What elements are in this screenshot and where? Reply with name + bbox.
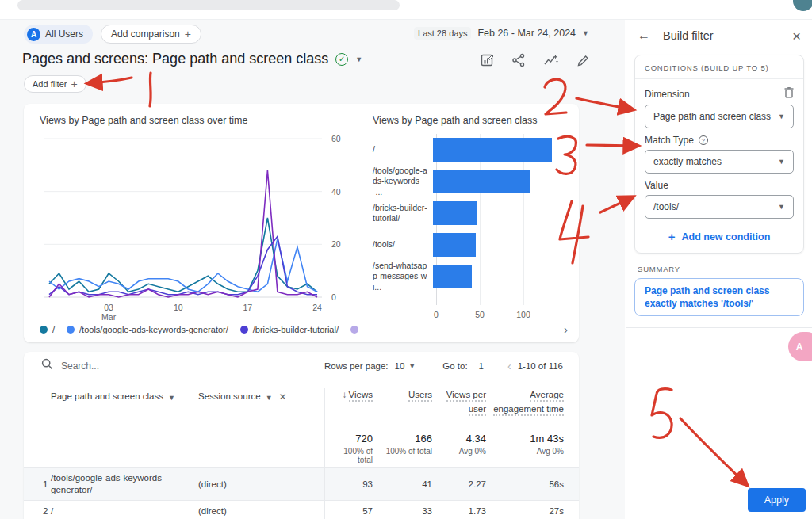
- column-header-page-path[interactable]: Page path and screen class▼: [51, 388, 198, 433]
- add-comparison-button[interactable]: Add comparison +: [101, 25, 201, 44]
- table-search[interactable]: [41, 358, 324, 373]
- bar-category-label: /: [373, 144, 433, 155]
- date-preset-badge: Last 28 days: [414, 27, 471, 40]
- date-range-text: Feb 26 - Mar 24, 2024: [477, 28, 576, 39]
- column-header-views[interactable]: ↓Views: [324, 388, 373, 433]
- add-new-condition-button[interactable]: + Add new condition: [645, 230, 794, 243]
- chevron-down-icon: ▼: [778, 158, 785, 166]
- help-icon[interactable]: ?: [699, 135, 708, 145]
- column-header-avg-engagement[interactable]: Average engagement time: [486, 388, 564, 433]
- translate-icon[interactable]: A: [788, 332, 812, 361]
- bar-chart: Views by Page path and screen class //to…: [373, 115, 569, 321]
- browser-top-strip: [0, 0, 812, 20]
- bar-axis-tick: 50: [475, 310, 485, 319]
- search-input[interactable]: [61, 361, 180, 372]
- legend-next-icon[interactable]: ›: [564, 322, 568, 336]
- match-type-label: Match Type: [645, 135, 694, 146]
- edit-icon[interactable]: [576, 54, 590, 67]
- data-quality-icon[interactable]: ✓: [335, 53, 348, 66]
- search-icon: [41, 358, 53, 373]
- bar-category-label: /tools/: [373, 239, 433, 250]
- conditions-card: CONDITIONS (BUILD UP TO 5) Dimension Pag…: [634, 55, 804, 254]
- dimension-label: Dimension: [645, 89, 690, 100]
- remove-dimension-icon[interactable]: ✕: [279, 391, 287, 403]
- audience-chip-label: All Users: [45, 29, 83, 40]
- table-cell: (direct): [198, 502, 324, 519]
- rows-per-page-select[interactable]: 10▼: [395, 361, 416, 371]
- share-icon[interactable]: [511, 53, 526, 67]
- match-type-select[interactable]: exactly matches ▼: [645, 150, 794, 174]
- table-cell: 27s: [486, 502, 564, 519]
- chevron-down-icon: ▼: [168, 394, 175, 402]
- table-row: 2/(direct)57331.7327s: [24, 500, 579, 519]
- plus-icon: +: [668, 230, 676, 243]
- apply-button[interactable]: Apply: [748, 488, 806, 512]
- pagination-range: 1-10 of 116: [518, 361, 563, 371]
- bar-row: /send-whatsapp-messages-wi...: [373, 261, 569, 292]
- chevron-down-icon: ▼: [778, 203, 785, 211]
- bar[interactable]: [433, 138, 552, 162]
- goto-page-input[interactable]: 1: [474, 361, 488, 371]
- add-filter-button[interactable]: Add filter +: [24, 75, 86, 93]
- legend-item: /tools/google-ads-keywords-generator/: [67, 325, 228, 334]
- add-comparison-label: Add comparison: [111, 29, 180, 40]
- previous-page-icon[interactable]: ‹: [508, 360, 511, 372]
- table-card: Rows per page: 10▼ Go to: 1 ‹ 1-10 of 11…: [24, 352, 579, 519]
- bar-row: /bricks-builder-tutorial/: [373, 197, 569, 229]
- bar[interactable]: [433, 170, 530, 193]
- account-avatar[interactable]: [793, 0, 812, 11]
- svg-text:20: 20: [331, 239, 341, 249]
- column-header-users[interactable]: Users: [373, 388, 432, 433]
- plus-icon: +: [71, 78, 77, 90]
- edit-comparison-icon[interactable]: [480, 53, 494, 67]
- bar[interactable]: [433, 265, 472, 288]
- table-cell: 56s: [486, 475, 564, 493]
- svg-text:03: 03: [104, 303, 113, 312]
- table-cell: /tools/google-ads-keywords-generator/: [51, 468, 198, 500]
- chart-legend: //tools/google-ads-keywords-generator//b…: [40, 322, 568, 336]
- column-header-session-source[interactable]: Session source▼✕: [198, 388, 324, 433]
- bar-row: /tools/google-ads-keywords-...: [373, 166, 569, 197]
- back-icon[interactable]: ←: [638, 29, 650, 43]
- bar[interactable]: [433, 233, 476, 257]
- value-label: Value: [645, 180, 668, 191]
- line-chart-title: Views by Page path and screen class over…: [40, 115, 357, 126]
- legend-dot-icon: [67, 326, 75, 334]
- browser-tab-bar: [17, 0, 400, 10]
- plus-icon: +: [185, 29, 191, 40]
- table-cell: (direct): [198, 475, 324, 493]
- filter-summary: Page path and screen class exactly match…: [634, 278, 804, 316]
- value-select[interactable]: /tools/ ▼: [645, 195, 794, 219]
- table-cell: 33: [373, 502, 432, 519]
- bar-category-label: /tools/google-ads-keywords-...: [373, 166, 433, 197]
- delete-condition-icon[interactable]: [784, 87, 794, 101]
- legend-dot-icon: [350, 326, 358, 334]
- chevron-down-icon: ▼: [778, 113, 785, 120]
- legend-item: /: [40, 325, 55, 334]
- charts-card: Views by Page path and screen class over…: [24, 104, 579, 342]
- audience-chip[interactable]: A All Users: [24, 25, 93, 44]
- table-header-row: Page path and screen class▼ Session sour…: [24, 380, 579, 433]
- table-cell: 57: [324, 501, 373, 519]
- table-cell: 93: [324, 468, 373, 500]
- svg-text:10: 10: [174, 303, 183, 312]
- svg-text:60: 60: [331, 134, 341, 143]
- close-icon[interactable]: ×: [792, 29, 801, 44]
- legend-dot-icon: [240, 326, 248, 334]
- table-cell: 2.27: [432, 475, 486, 493]
- chevron-down-icon: ▼: [582, 29, 589, 37]
- legend-item: /bricks-builder-tutorial/: [240, 325, 339, 334]
- bar-category-label: /bricks-builder-tutorial/: [373, 203, 433, 223]
- svg-text:0: 0: [331, 292, 336, 302]
- conditions-header: CONDITIONS (BUILD UP TO 5): [635, 55, 803, 79]
- chevron-down-icon[interactable]: ▼: [355, 55, 362, 63]
- date-range-picker[interactable]: Last 28 days Feb 26 - Mar 24, 2024 ▼: [414, 27, 589, 40]
- bar[interactable]: [433, 201, 477, 225]
- line-chart: Views by Page path and screen class over…: [38, 115, 357, 327]
- dimension-select[interactable]: Page path and screen class ▼: [645, 105, 794, 128]
- insights-icon[interactable]: [543, 53, 559, 67]
- svg-text:24: 24: [312, 303, 322, 312]
- column-header-views-per-user[interactable]: Views per user: [432, 388, 486, 433]
- panel-divider: [626, 327, 812, 328]
- chevron-down-icon: ▼: [266, 394, 273, 402]
